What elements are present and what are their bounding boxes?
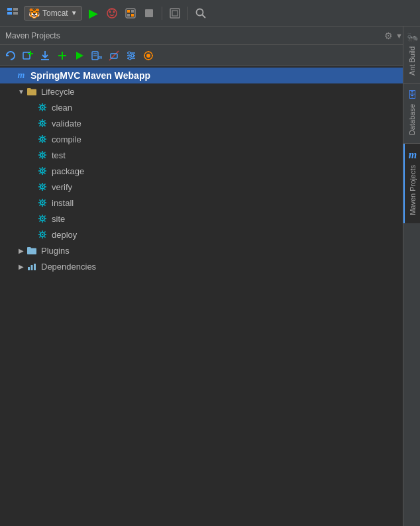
phase-test[interactable]: test xyxy=(0,147,420,163)
dependencies-item[interactable]: ▶ Dependencies xyxy=(0,258,420,274)
svg-line-74 xyxy=(44,136,46,138)
svg-line-112 xyxy=(40,200,41,201)
dependencies-expand-icon: ▶ xyxy=(16,261,26,272)
project-name: SpringMVC Maven Webapp xyxy=(30,70,150,81)
maven-header: Maven Projects ⚙ ▼ xyxy=(0,26,420,45)
coverage-button[interactable] xyxy=(123,6,138,21)
svg-point-4 xyxy=(107,9,117,18)
svg-line-125 xyxy=(40,221,41,222)
debug-button[interactable] xyxy=(105,6,119,21)
lifecycle-expand-icon: ▼ xyxy=(16,86,26,97)
svg-point-57 xyxy=(42,123,43,124)
svg-line-85 xyxy=(40,157,41,158)
database-icon: 🗄 xyxy=(407,89,417,100)
svg-rect-16 xyxy=(172,11,178,16)
svg-rect-14 xyxy=(131,14,134,17)
svg-line-114 xyxy=(44,200,46,201)
tiger-icon: 🐯 xyxy=(28,8,40,19)
project-root-item[interactable]: m SpringMVC Maven Webapp xyxy=(0,68,420,83)
svg-point-87 xyxy=(42,170,43,172)
svg-line-9 xyxy=(113,9,115,11)
phase-validate-label: validate xyxy=(52,119,81,129)
svg-point-41 xyxy=(146,54,150,58)
maven-settings-button[interactable] xyxy=(123,48,139,64)
plugins-folder-icon xyxy=(26,245,37,256)
phase-package-label: package xyxy=(52,166,84,176)
digit-icon[interactable] xyxy=(5,6,20,21)
svg-point-67 xyxy=(42,138,43,140)
phase-verify[interactable]: verify xyxy=(0,179,420,195)
svg-line-92 xyxy=(40,168,41,170)
separator-2 xyxy=(187,7,188,20)
svg-text:m: m xyxy=(98,55,102,60)
separator-1 xyxy=(162,7,162,20)
plugins-label: Plugins xyxy=(41,246,70,256)
phase-install[interactable]: install xyxy=(0,195,420,211)
svg-line-62 xyxy=(40,121,41,122)
maven-panel-title: Maven Projects xyxy=(5,31,60,40)
maven-projects-tab[interactable]: m Maven Projects xyxy=(403,144,420,223)
svg-line-65 xyxy=(40,125,41,127)
main-content: Maven Projects ⚙ ▼ xyxy=(0,26,420,526)
phase-compile[interactable]: compile xyxy=(0,131,420,147)
svg-line-132 xyxy=(40,232,41,233)
run-config-dropdown[interactable]: 🐯 Tomcat ▼ xyxy=(24,6,82,21)
dropdown-arrow-icon: ▼ xyxy=(71,9,78,17)
svg-point-117 xyxy=(42,218,43,219)
phase-clean[interactable]: clean xyxy=(0,99,420,115)
svg-line-102 xyxy=(40,184,41,185)
execute-button[interactable] xyxy=(140,48,156,64)
maven-panel: Maven Projects ⚙ ▼ xyxy=(0,26,420,526)
download-button[interactable] xyxy=(37,48,53,64)
lifecycle-label: Lifecycle xyxy=(41,87,75,97)
lifecycle-item[interactable]: ▼ Lifecycle xyxy=(0,83,420,99)
compile-phase-icon xyxy=(37,134,48,144)
svg-line-73 xyxy=(44,141,46,142)
frame-button[interactable] xyxy=(168,6,182,21)
ant-icon: 🐜 xyxy=(407,32,418,42)
phase-validate[interactable]: validate xyxy=(0,115,420,131)
tree-content[interactable]: m SpringMVC Maven Webapp ▼ Lifecycle xyxy=(0,66,420,526)
svg-rect-137 xyxy=(31,265,33,270)
svg-rect-2 xyxy=(13,8,18,11)
phase-package[interactable]: package xyxy=(0,163,420,179)
add-maven-project-button[interactable] xyxy=(20,48,36,64)
phase-deploy[interactable]: deploy xyxy=(0,227,420,242)
plugins-item[interactable]: ▶ Plugins xyxy=(0,242,420,258)
refresh-button[interactable] xyxy=(3,48,19,64)
svg-point-47 xyxy=(42,107,43,108)
dependencies-label: Dependencies xyxy=(41,262,96,272)
svg-line-103 xyxy=(44,189,46,190)
svg-rect-3 xyxy=(13,12,18,15)
ant-build-tab[interactable]: 🐜 Ant Build xyxy=(403,26,420,84)
settings-dropdown-icon[interactable]: ▼ xyxy=(395,32,403,40)
lifecycle-folder-icon xyxy=(26,86,37,97)
toggle-offline-button[interactable] xyxy=(106,48,122,64)
svg-line-95 xyxy=(40,173,41,174)
svg-rect-12 xyxy=(131,10,134,13)
phase-install-label: install xyxy=(52,198,74,208)
svg-line-54 xyxy=(44,105,46,106)
site-phase-icon xyxy=(37,213,48,224)
svg-point-5 xyxy=(109,11,111,13)
maven-build-icon[interactable]: m xyxy=(89,48,105,64)
svg-marker-27 xyxy=(76,52,83,60)
svg-point-77 xyxy=(42,154,43,156)
phase-deploy-label: deploy xyxy=(52,230,77,240)
validate-phase-icon xyxy=(37,118,48,129)
svg-rect-15 xyxy=(170,9,180,18)
expand-icon xyxy=(5,70,16,81)
maven-run-button[interactable] xyxy=(72,48,87,64)
add-goal-button[interactable] xyxy=(54,48,70,64)
database-tab[interactable]: 🗄 Database xyxy=(403,84,420,144)
run-button[interactable]: ▶ xyxy=(86,6,101,21)
settings-icon[interactable]: ⚙ xyxy=(384,30,393,41)
svg-line-72 xyxy=(40,136,41,138)
svg-line-123 xyxy=(44,221,46,222)
search-button[interactable] xyxy=(193,6,208,21)
stop-button[interactable] xyxy=(142,6,156,21)
svg-point-38 xyxy=(131,54,134,57)
svg-line-75 xyxy=(40,141,41,142)
svg-line-55 xyxy=(40,109,41,111)
phase-site[interactable]: site xyxy=(0,211,420,227)
